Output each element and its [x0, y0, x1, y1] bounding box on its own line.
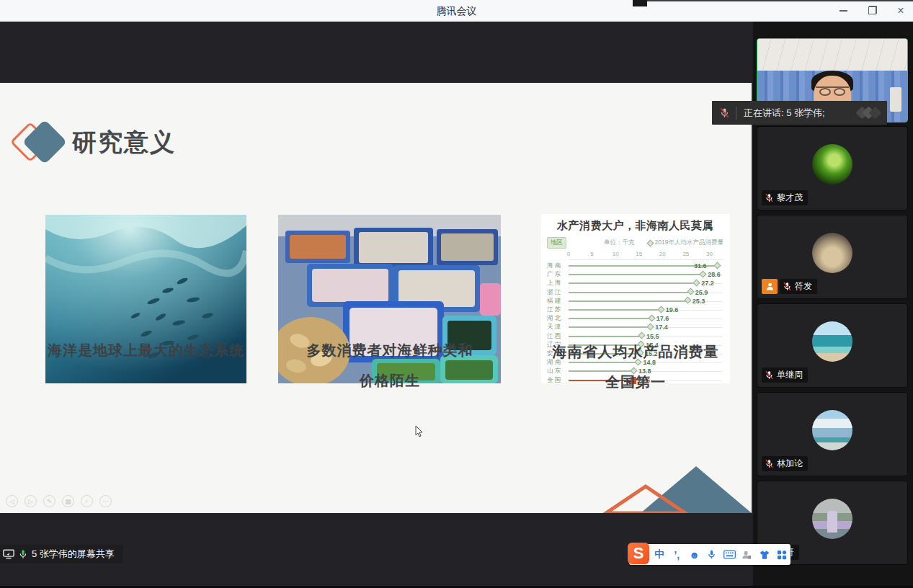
punctuation-button[interactable]: ’,	[668, 544, 685, 565]
meeting-logo-icon	[858, 108, 880, 117]
chart-region-chip: 地区	[547, 237, 566, 249]
caption-ocean: 海洋是地球上最大的生态系统	[40, 341, 252, 360]
person-button[interactable]	[738, 544, 755, 565]
avatar	[812, 233, 852, 273]
chart-row: 福 建25.3	[547, 297, 723, 306]
slides-panel-button[interactable]: ▦	[62, 495, 74, 507]
axis-tick: 15	[636, 251, 642, 257]
slide-heading: 研究意义	[12, 119, 176, 166]
close-button[interactable]: ×	[894, 4, 907, 17]
chart-row: 江 苏19.6	[547, 306, 723, 314]
tencent-meeting-window: 腾讯会议 × 研究意义	[0, 0, 913, 588]
chart-row: 天 津17.4	[547, 323, 723, 331]
chart-row: 浙 江25.9	[547, 288, 723, 297]
axis-tick: 25	[682, 251, 689, 257]
window-title: 腾讯会议	[0, 0, 913, 22]
chart-legend: 2019年人均水产品消费量	[648, 239, 723, 247]
chart-rows: 海 南31.6广 东28.6上 海27.2浙 江25.9福 建25.3江 苏19…	[547, 262, 723, 385]
participant-tile[interactable]: 单继周	[757, 303, 908, 388]
chart-row: 上 海27.2	[547, 279, 723, 288]
restore-icon	[868, 7, 876, 14]
diamond-decoration-icon	[12, 119, 65, 166]
chart-row: 湖 北17.6	[547, 314, 723, 323]
avatar	[812, 144, 852, 184]
restore-button[interactable]	[865, 4, 878, 17]
chart-row: 广 东28.6	[547, 270, 723, 279]
more-options-button[interactable]: ⋯	[99, 495, 112, 507]
chart-row: 海 南31.6	[547, 262, 723, 270]
mouse-cursor	[415, 425, 424, 438]
sogou-logo-icon[interactable]: S	[628, 543, 649, 564]
top-edge-notch	[633, 0, 647, 6]
toolbox-button[interactable]	[773, 544, 790, 565]
prev-slide-button[interactable]: ◁	[6, 495, 18, 507]
axis-tick: 10	[613, 251, 619, 257]
chart-axis: 051015202530	[569, 251, 723, 260]
participant-tile[interactable]: 林加论	[757, 392, 908, 476]
shared-screen-area: 研究意义	[0, 22, 753, 588]
chart-title: 水产消费大户，非海南人民莫属	[547, 219, 723, 233]
caption-chart-line2: 全国第一	[535, 373, 736, 392]
mic-active-icon	[18, 549, 28, 559]
next-slide-button[interactable]: ▷	[25, 495, 37, 507]
participant-name-pill: 单继周	[762, 368, 808, 383]
triangle-decoration	[600, 459, 752, 513]
participant-tile[interactable]: 符发	[757, 215, 908, 299]
fish-marker-icon	[646, 239, 654, 246]
axis-tick: 30	[706, 251, 713, 257]
participant-name-pill: 符发	[780, 279, 817, 294]
caption-chart-line1: 海南省人均水产品消费量	[535, 342, 736, 362]
mic-muted-icon	[765, 370, 774, 380]
axis-tick: 0	[567, 251, 570, 257]
slide-title: 研究意义	[72, 126, 176, 159]
mic-muted-icon	[765, 193, 774, 202]
skin-button[interactable]	[756, 544, 773, 565]
axis-tick: 5	[590, 251, 593, 257]
avatar	[812, 321, 852, 362]
chinese-mode-button[interactable]: 中	[651, 544, 668, 565]
chart-legend-label: 2019年人均水产品消费量	[655, 239, 723, 247]
ime-toolbar: S 中 ’, ☻	[629, 544, 790, 565]
window-titlebar: 腾讯会议 ×	[0, 0, 913, 22]
participant-name-pill: 黎才茂	[762, 190, 808, 205]
chart-unit-label: 单位：千克	[604, 239, 635, 247]
caption-market-line2: 价格陌生	[285, 371, 494, 391]
mic-muted-icon	[783, 282, 792, 291]
person-badge-icon	[762, 279, 778, 294]
screen-share-icon	[3, 549, 14, 559]
pen-tool-button[interactable]: ✎	[43, 495, 55, 507]
axis-tick: 20	[659, 251, 666, 257]
mic-muted-icon	[719, 107, 730, 118]
chart-row: 江 西15.5	[547, 332, 723, 341]
slideshow-controls: ◁ ▷ ✎ ▦ ⌕ ⋯	[6, 495, 112, 507]
speaking-toast-text: 正在讲话: 5 张学伟;	[744, 107, 825, 120]
emoji-button[interactable]: ☻	[686, 544, 703, 565]
screen-share-statusbar[interactable]: 5 张学伟的屏幕共享	[0, 545, 123, 564]
share-label: 5 张学伟的屏幕共享	[32, 548, 115, 561]
chart-subheader: 地区 单位：千克 2019年人均水产品消费量	[547, 237, 723, 249]
speaking-toast: 正在讲话: 5 张学伟;	[712, 101, 887, 125]
zoom-button[interactable]: ⌕	[81, 495, 93, 507]
participant-tile[interactable]: 黎才茂	[757, 126, 908, 210]
participant-name-pill: 林加论	[762, 456, 808, 471]
voice-input-button[interactable]	[703, 544, 721, 565]
soft-keyboard-button[interactable]	[721, 544, 738, 565]
avatar	[812, 499, 852, 539]
caption-market-line1: 多数消费者对海鲜种类和	[285, 341, 494, 360]
mic-muted-icon	[765, 459, 774, 468]
minimize-icon	[839, 10, 847, 12]
top-edge-strip	[633, 0, 913, 1]
avatar	[812, 410, 852, 450]
presentation-slide: 研究意义	[0, 83, 752, 513]
minimize-button[interactable]	[837, 4, 850, 17]
